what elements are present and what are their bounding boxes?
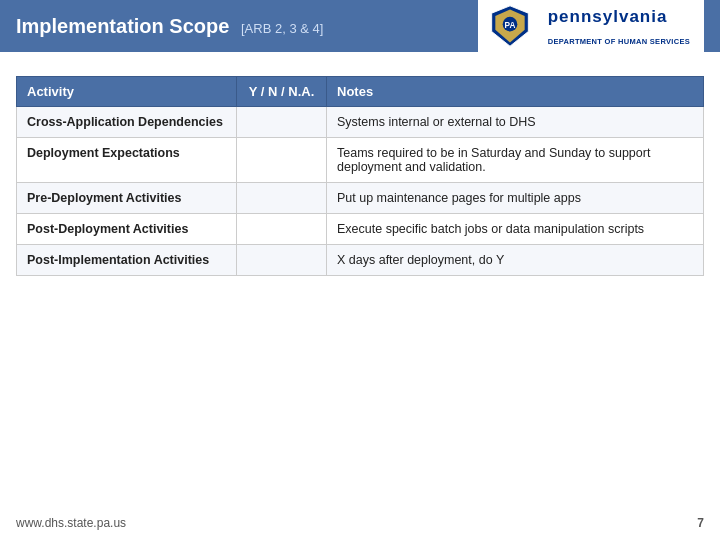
page-footer: www.dhs.state.pa.us 7 — [0, 516, 720, 530]
cell-notes: Systems internal or external to DHS — [327, 107, 704, 138]
table-row: Deployment ExpectationsTeams required to… — [17, 138, 704, 183]
col-header-activity: Activity — [17, 77, 237, 107]
cell-activity: Post-Implementation Activities — [17, 245, 237, 276]
cell-activity: Post-Deployment Activities — [17, 214, 237, 245]
page-header: Implementation Scope [ARB 2, 3 & 4] PA p… — [0, 0, 720, 52]
col-header-notes: Notes — [327, 77, 704, 107]
logo-text-area: pennsylvania DEPARTMENT OF HUMAN SERVICE… — [542, 5, 696, 48]
table-row: Post-Deployment ActivitiesExecute specif… — [17, 214, 704, 245]
table-header-row: Activity Y / N / N.A. Notes — [17, 77, 704, 107]
state-name: pennsylvania — [548, 7, 668, 26]
footer-page-number: 7 — [697, 516, 704, 530]
cell-yn — [237, 183, 327, 214]
scope-table: Activity Y / N / N.A. Notes Cross-Applic… — [16, 76, 704, 276]
table-row: Cross-Application DependenciesSystems in… — [17, 107, 704, 138]
page-title: Implementation Scope — [16, 15, 229, 37]
cell-notes: X days after deployment, do Y — [327, 245, 704, 276]
footer-url: www.dhs.state.pa.us — [16, 516, 126, 530]
cell-yn — [237, 214, 327, 245]
table-row: Pre-Deployment ActivitiesPut up maintena… — [17, 183, 704, 214]
page-subtitle: [ARB 2, 3 & 4] — [241, 21, 323, 36]
cell-notes: Execute specific batch jobs or data mani… — [327, 214, 704, 245]
cell-yn — [237, 107, 327, 138]
cell-notes: Teams required to be in Saturday and Sun… — [327, 138, 704, 183]
logo-area: PA pennsylvania DEPARTMENT OF HUMAN SERV… — [478, 0, 704, 52]
cell-notes: Put up maintenance pages for multiple ap… — [327, 183, 704, 214]
cell-activity: Cross-Application Dependencies — [17, 107, 237, 138]
col-header-yn: Y / N / N.A. — [237, 77, 327, 107]
cell-yn — [237, 138, 327, 183]
pa-shield-icon: PA — [486, 4, 534, 48]
main-content: Activity Y / N / N.A. Notes Cross-Applic… — [0, 52, 720, 286]
svg-text:PA: PA — [504, 21, 515, 30]
cell-activity: Deployment Expectations — [17, 138, 237, 183]
header-title-area: Implementation Scope [ARB 2, 3 & 4] — [16, 15, 323, 38]
cell-yn — [237, 245, 327, 276]
cell-activity: Pre-Deployment Activities — [17, 183, 237, 214]
dept-name: DEPARTMENT OF HUMAN SERVICES — [548, 37, 690, 46]
table-row: Post-Implementation ActivitiesX days aft… — [17, 245, 704, 276]
